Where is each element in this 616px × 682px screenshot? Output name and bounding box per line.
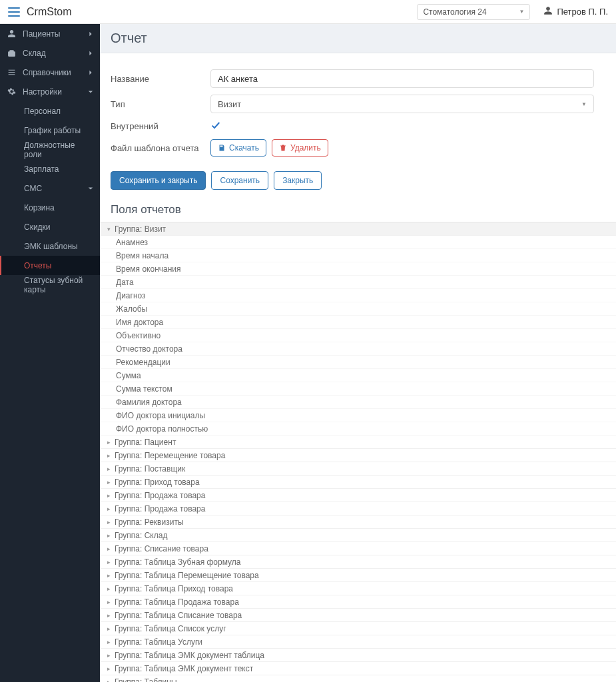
tree-item[interactable]: Имя доктора [100,316,616,329]
tree-item[interactable]: Анамнез [100,236,616,249]
app-header: CrmStom Стоматология 24 ▼ Петров П. П. [0,0,616,24]
arrow-right-icon: ▸ [105,559,112,565]
tree-group[interactable]: ▸Группа: Таблица ЭМК документ таблица [100,649,616,662]
type-select[interactable]: Визит ▼ [210,95,594,113]
action-buttons: Сохранить и закрыть Сохранить Закрыть [100,169,616,200]
list-icon [7,68,16,77]
sidebar-subitem[interactable]: Зарплата [0,159,100,178]
sidebar-subitem[interactable]: Должностные роли [0,140,100,159]
sidebar-subitem[interactable]: СМС [0,178,100,198]
arrow-right-icon: ▸ [105,479,112,486]
tree-group[interactable]: ▸Группа: Реквизиты [100,515,616,529]
chevron-right-icon [88,68,93,77]
tree-group[interactable]: ▸Группа: Таблица Список услуг [100,622,616,635]
tree-item[interactable]: ФИО доктора инициалы [100,409,616,422]
user-menu[interactable]: Петров П. П. [543,6,608,17]
fields-tree: ▾ Группа: Визит АнамнезВремя началаВремя… [100,222,616,682]
arrow-right-icon: ▸ [105,612,112,619]
arrow-right-icon: ▸ [105,492,112,499]
arrow-right-icon: ▸ [105,572,112,579]
tree-group[interactable]: ▸Группа: Поставщик [100,462,616,476]
arrow-down-icon: ▾ [105,226,112,232]
tree-group[interactable]: ▸Группа: Таблица Услуги [100,635,616,649]
menu-toggle-icon[interactable] [8,7,20,17]
user-icon [7,29,16,38]
sidebar-subitem[interactable]: Персонал [0,101,100,121]
sidebar-subitem[interactable]: Отчеты [0,256,100,275]
tree-item[interactable]: Сумма текстом [100,382,616,396]
arrow-right-icon: ▸ [105,466,112,472]
tree-group[interactable]: ▸Группа: Таблица Приход товара [100,582,616,595]
name-input[interactable] [210,69,594,88]
arrow-right-icon: ▸ [105,625,112,632]
tree-group[interactable]: ▸Группа: Таблица ЭМК документ текст [100,662,616,675]
sidebar-subitem[interactable]: ЭМК шаблоны [0,236,100,256]
name-label: Название [111,74,210,84]
tree-item[interactable]: Время начала [100,249,616,262]
save-button[interactable]: Сохранить [211,171,268,190]
arrow-right-icon: ▸ [105,506,112,512]
sidebar-item-settings[interactable]: Настройки [0,82,100,101]
chevron-down-icon [88,87,93,97]
arrow-right-icon: ▸ [105,652,112,659]
fields-section-title: Поля отчетов [100,200,616,222]
tree-group[interactable]: ▸Группа: Списание товара [100,542,616,555]
sidebar-item-directories[interactable]: Справочники [0,63,100,82]
chevron-right-icon [88,49,93,58]
tree-group[interactable]: ▸Группа: Таблица Перемещение товара [100,569,616,582]
tree-group[interactable]: ▸Группа: Таблица Продажа товара [100,595,616,609]
sidebar-subitem[interactable]: График работы [0,121,100,140]
save-icon [218,144,226,152]
sidebar-item-patients[interactable]: Пациенты [0,24,100,43]
close-button[interactable]: Закрыть [274,171,322,190]
tree-group[interactable]: ▸Группа: Перемещение товара [100,449,616,462]
briefcase-icon [7,49,16,57]
tree-item[interactable]: Рекомендации [100,356,616,369]
tree-group[interactable]: ▸Группа: Приход товара [100,476,616,489]
organization-select[interactable]: Стоматология 24 ▼ [417,4,530,20]
tree-group[interactable]: ▸Группа: Склад [100,529,616,542]
tree-group[interactable]: ▸Группа: Таблицы [100,675,616,682]
sidebar-subitem[interactable]: Корзина [0,198,100,217]
sidebar-item-warehouse[interactable]: Склад [0,43,100,63]
user-name: Петров П. П. [557,7,608,17]
download-button[interactable]: Скачать [210,139,266,157]
tree-group-expanded[interactable]: ▾ Группа: Визит [100,222,616,236]
header-right: Стоматология 24 ▼ Петров П. П. [417,4,608,20]
chevron-down-icon: ▼ [581,101,587,107]
save-close-button[interactable]: Сохранить и закрыть [111,171,206,190]
tree-group[interactable]: ▸Группа: Таблица Списание товара [100,609,616,622]
tree-item[interactable]: Отчество доктора [100,342,616,356]
tree-group[interactable]: ▸Группа: Таблица Зубная формула [100,555,616,569]
tree-item[interactable]: Дата [100,276,616,289]
sidebar: Пациенты Склад Справочники Настройки Пер… [0,24,100,682]
gear-icon [7,87,16,96]
main-content: Отчет Название Тип Визит ▼ Внутренний [100,24,616,682]
sidebar-subitem[interactable]: Статусы зубной карты [0,275,100,294]
tree-item[interactable]: Время окончания [100,262,616,276]
tree-item[interactable]: Объективно [100,329,616,342]
chevron-down-icon [88,184,93,193]
arrow-right-icon: ▸ [105,452,112,459]
type-label: Тип [111,99,210,109]
tree-group[interactable]: ▸Группа: Продажа товара [100,502,616,515]
chevron-right-icon [88,29,93,39]
tree-item[interactable]: Диагноз [100,289,616,302]
delete-button[interactable]: Удалить [272,139,328,157]
arrow-right-icon: ▸ [105,439,112,446]
tree-item[interactable]: Сумма [100,369,616,382]
arrow-right-icon: ▸ [105,532,112,539]
tree-group[interactable]: ▸Группа: Продажа товара [100,489,616,502]
arrow-right-icon: ▸ [105,585,112,592]
sidebar-subitem[interactable]: Скидки [0,217,100,236]
trash-icon [279,144,287,152]
tree-item[interactable]: Фамилия доктора [100,396,616,409]
page-title: Отчет [111,31,147,46]
app-name: CrmStom [27,6,72,18]
internal-checkbox[interactable] [210,123,221,133]
tree-item[interactable]: Жалобы [100,302,616,316]
arrow-right-icon: ▸ [105,639,112,645]
tree-group[interactable]: ▸Группа: Пациент [100,436,616,449]
tree-item[interactable]: ФИО доктора полностью [100,422,616,436]
form-area: Название Тип Визит ▼ Внутренний [100,53,616,169]
